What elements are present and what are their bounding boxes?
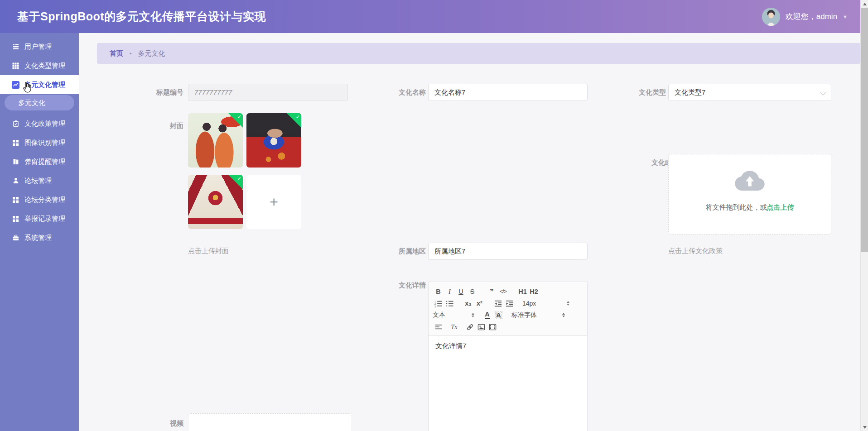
triangle-up-icon xyxy=(863,3,867,5)
region-label: 所属地区 xyxy=(367,243,426,260)
image-icon[interactable] xyxy=(476,321,487,332)
list-icon xyxy=(12,43,19,51)
highlight-color-button[interactable]: A xyxy=(493,310,504,321)
policy-upload-hint: 点击上传文化政策 xyxy=(668,247,723,255)
video-dropzone[interactable] xyxy=(188,413,352,431)
sidebar-item-label: 图像识别管理 xyxy=(24,139,65,147)
bold-button[interactable]: B xyxy=(433,286,444,297)
subscript-button[interactable]: x₂ xyxy=(463,298,474,309)
user-menu[interactable]: 欢迎您，admin ▼ xyxy=(762,8,848,26)
check-icon: ✓ xyxy=(237,176,241,182)
code-block-button[interactable]: </> xyxy=(497,286,509,297)
superscript-button[interactable]: x² xyxy=(474,298,485,309)
sidebar-item-image-recognition-mgmt[interactable]: 图像识别管理 xyxy=(0,133,79,152)
app-window: 基于SpringBoot的多元文化传播平台设计与实现 欢迎您，admin ▼ 用… xyxy=(0,0,868,431)
main-content: 首页 • 多元文化 标题编号 7777777777 文化名称 文化名称7 文化类… xyxy=(79,33,860,431)
triangle-down-icon xyxy=(863,426,867,429)
strikethrough-button[interactable]: S xyxy=(467,286,478,297)
sidebar-item-system-mgmt[interactable]: 系统管理 xyxy=(0,228,79,247)
picker-arrows-icon xyxy=(472,313,474,317)
font-size-picker[interactable]: 14px xyxy=(522,300,569,307)
font-family-picker[interactable]: 标准字体 xyxy=(511,311,565,319)
sidebar-item-label: 论坛分类管理 xyxy=(24,196,65,204)
breadcrumb-current: 多元文化 xyxy=(138,49,165,58)
scroll-up-button[interactable] xyxy=(861,0,868,8)
align-button[interactable] xyxy=(433,321,444,332)
editor-content[interactable]: 文化详情7 xyxy=(429,336,587,356)
sidebar-item-label: 论坛管理 xyxy=(24,177,52,185)
sidebar-item-popup-reminder-mgmt[interactable]: 弹窗提醒管理 xyxy=(0,152,79,171)
sidebar-item-user-mgmt[interactable]: 用户管理 xyxy=(0,37,79,56)
sidebar-item-culture-policy-mgmt[interactable]: 文化政策管理 xyxy=(0,114,79,133)
highlight-a-glyph: A xyxy=(495,311,502,319)
blockquote-button[interactable]: ❞ xyxy=(486,286,497,297)
italic-button[interactable]: I xyxy=(444,286,455,297)
sidebar-item-forum-category-mgmt[interactable]: 论坛分类管理 xyxy=(0,190,79,209)
user-icon xyxy=(12,177,19,185)
cover-upload-hint: 点击上传封面 xyxy=(188,247,229,255)
cover-image-1[interactable]: ✓ xyxy=(188,113,243,168)
grid-icon xyxy=(12,62,19,70)
outdent-button[interactable] xyxy=(492,298,504,309)
video-label: 视频 xyxy=(125,419,183,428)
culture-type-select[interactable]: 文化类型7 xyxy=(668,84,831,101)
sidebar-subitem-multiculture[interactable]: 多元文化 xyxy=(5,95,74,110)
drag-text: 将文件拖到此处，或 xyxy=(706,203,767,211)
sidebar-item-multiculture-mgmt[interactable]: 多元文化管理 xyxy=(0,75,79,94)
vertical-scrollbar xyxy=(860,0,868,431)
culture-name-input[interactable]: 文化名称7 xyxy=(428,84,588,101)
plus-icon: + xyxy=(270,194,278,211)
sidebar-item-label: 用户管理 xyxy=(24,43,52,51)
svg-text:3: 3 xyxy=(434,305,436,307)
culture-detail-label: 文化详情 xyxy=(367,281,426,290)
sidebar-item-report-record-mgmt[interactable]: 举报记录管理 xyxy=(0,209,79,228)
breadcrumb-home-link[interactable]: 首页 xyxy=(110,49,123,58)
sidebar-item-label: 多元文化管理 xyxy=(24,81,65,89)
culture-type-value: 文化类型7 xyxy=(675,88,705,96)
sidebar-item-label: 弹窗提醒管理 xyxy=(24,158,65,166)
clean-format-button[interactable]: Tx xyxy=(448,321,460,332)
app-header: 基于SpringBoot的多元文化传播平台设计与实现 欢迎您，admin ▼ xyxy=(0,0,860,33)
culture-name-label: 文化名称 xyxy=(367,84,426,101)
text-style-value: 文本 xyxy=(433,311,445,319)
check-icon: ✓ xyxy=(296,114,300,120)
cover-image-3[interactable]: ✓ xyxy=(188,175,243,229)
chevron-down-icon xyxy=(820,90,826,96)
user-avatar xyxy=(762,8,780,26)
cover-image-2[interactable]: ✓ xyxy=(246,113,301,168)
grid-icon xyxy=(12,139,19,147)
link-icon[interactable] xyxy=(464,321,476,332)
picker-arrows-icon xyxy=(567,301,569,306)
header-2-button[interactable]: H2 xyxy=(528,286,540,297)
book-icon xyxy=(12,158,19,166)
region-input[interactable]: 所属地区7 xyxy=(428,243,588,260)
underline-button[interactable]: U xyxy=(455,286,467,297)
ordered-list-button[interactable]: 123 xyxy=(433,298,444,309)
policy-upload-link[interactable]: 点击上传 xyxy=(767,203,794,211)
text-style-picker[interactable]: 文本 xyxy=(433,311,474,319)
text-color-button[interactable]: A xyxy=(482,310,493,321)
add-cover-button[interactable]: + xyxy=(246,175,301,229)
breadcrumb-separator: • xyxy=(130,50,132,57)
grid-icon xyxy=(12,215,19,223)
sidebar-item-label: 文化类型管理 xyxy=(24,62,65,70)
scrollbar-thumb[interactable] xyxy=(861,8,868,252)
bullet-list-button[interactable] xyxy=(444,298,455,309)
sidebar-item-label: 举报记录管理 xyxy=(24,215,65,223)
video-icon[interactable] xyxy=(487,321,498,332)
indent-button[interactable] xyxy=(504,298,515,309)
chevron-down-icon: ▼ xyxy=(843,14,848,19)
breadcrumb: 首页 • 多元文化 xyxy=(97,43,860,64)
scroll-down-button[interactable] xyxy=(861,423,868,431)
title-no-input: 7777777777 xyxy=(188,84,348,101)
header-1-button[interactable]: H1 xyxy=(517,286,528,297)
upload-cloud-icon xyxy=(735,169,765,192)
sidebar-subitem-label: 多元文化 xyxy=(18,99,45,107)
sidebar-item-label: 文化政策管理 xyxy=(24,120,65,128)
dropzone-text: 将文件拖到此处，或点击上传 xyxy=(706,203,794,212)
culture-policy-dropzone[interactable]: 将文件拖到此处，或点击上传 xyxy=(668,154,831,235)
clipboard-icon xyxy=(12,120,19,128)
color-a-glyph: A xyxy=(485,311,489,319)
sidebar-item-culture-type-mgmt[interactable]: 文化类型管理 xyxy=(0,56,79,75)
sidebar-item-forum-mgmt[interactable]: 论坛管理 xyxy=(0,171,79,190)
